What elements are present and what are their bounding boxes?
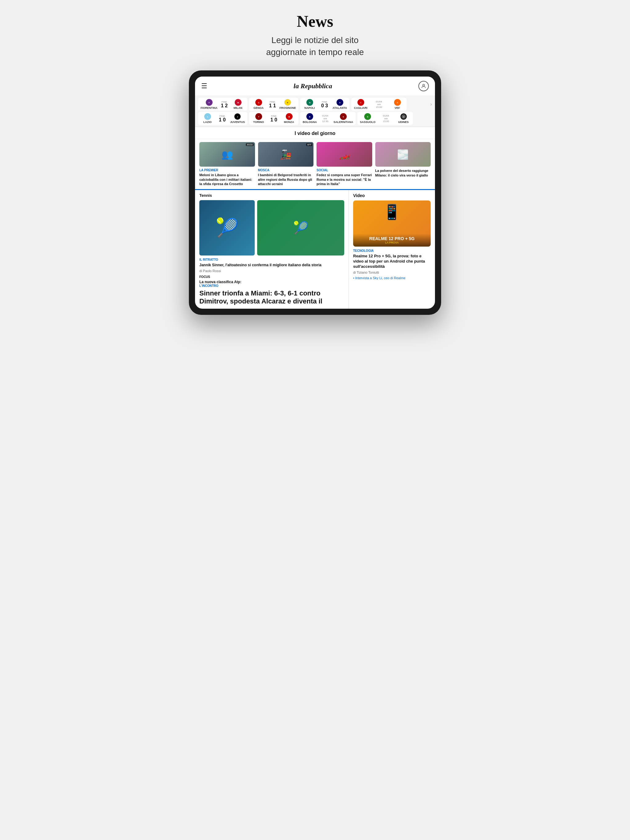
- page-subtitle: Leggi le notizie del sitoaggiornate in t…: [266, 34, 364, 58]
- svg-text:J: J: [237, 116, 238, 118]
- tennis-side-image: 🎾: [257, 200, 344, 256]
- svg-text:F: F: [287, 102, 288, 104]
- focus-label: FOCUS: [199, 275, 344, 279]
- team-name-bologna: BOLOGNA: [303, 120, 317, 123]
- team-name-lazio: LAZIO: [203, 120, 212, 123]
- score-sassuolo-udine[interactable]: S SASSUOLO 01/04ore15:00 U UDINES: [358, 112, 413, 125]
- scores-row-2: L LAZIO FINE 1 0 J JUVENTUS: [198, 112, 432, 125]
- focus-text: La nuova classifica Atp:: [199, 280, 344, 284]
- app-header: ☰ la Repubblica: [195, 77, 435, 96]
- team-badge-cagliari: C: [358, 99, 364, 106]
- svg-text:V: V: [397, 102, 398, 104]
- score-value-2: 1 1: [267, 103, 278, 108]
- score-lazio-juventus[interactable]: L LAZIO FINE 1 0 J JUVENTUS: [198, 112, 247, 125]
- content-right: Video 📱 REALME 12 PRO + 5G LA PROVA TECN…: [349, 190, 435, 309]
- tennis-section-label: Tennis: [199, 193, 344, 198]
- score-value-4: 1 0: [216, 117, 229, 122]
- video-feature-overlay: REALME 12 PRO + 5G LA PROVA: [353, 234, 431, 246]
- video-item-4[interactable]: 🌫️ La polvere del deserto raggiunge Mila…: [375, 142, 431, 186]
- video-thumb-2: 🚂 AFP: [258, 142, 314, 167]
- score-bologna-salernitana[interactable]: B BOLOGNA 01/04ore12:30 S SALERNITANA: [300, 112, 356, 125]
- score-fiorentina-milan[interactable]: F FIORENTINA FINE 1 2 M MILAN: [198, 98, 247, 111]
- team-name-vef: VEF: [395, 106, 400, 109]
- next-arrow-icon[interactable]: ›: [431, 101, 432, 107]
- svg-text:G: G: [258, 102, 259, 104]
- team-badge-napoli: N: [306, 99, 313, 106]
- video-section-title: I video del giorno: [195, 127, 435, 139]
- team-name-cagliari: CAGLIARI: [354, 106, 367, 109]
- video-feature-image[interactable]: 📱 REALME 12 PRO + 5G LA PROVA: [353, 201, 431, 246]
- ansa-badge-2: AFP: [306, 143, 312, 146]
- phone-icon: 📱: [383, 204, 401, 221]
- svg-text:F: F: [209, 102, 210, 104]
- team-name-genoa: GENOA: [253, 106, 264, 109]
- team-badge-bologna: B: [306, 113, 313, 120]
- team-name-napoli: NAPOLI: [304, 106, 315, 109]
- right-headline: Realme 12 Pro + 5G, la prova: foto e vid…: [353, 254, 431, 269]
- team-badge-udine: U: [400, 113, 407, 120]
- score-torino-monza[interactable]: T TORINO FINE 1 0 M MONZA: [249, 112, 298, 125]
- team-name-torino: TORINO: [253, 120, 264, 123]
- team-badge-milan: M: [235, 99, 242, 106]
- video-grid: 👥 ANSA LA PREMIER Meloni in Libano gioca…: [195, 139, 435, 189]
- score-genoa-frosinone[interactable]: G GENOA FINE 1 1 F FROSINONE: [249, 98, 298, 111]
- svg-text:T: T: [258, 116, 259, 118]
- right-author: di Tiziano Toniutti: [353, 271, 431, 274]
- svg-text:U: U: [403, 116, 404, 118]
- team-name-salernitana: SALERNITANA: [334, 120, 353, 123]
- team-name-fiorentina: FIORENTINA: [201, 106, 217, 109]
- team-badge-atalanta: A: [337, 99, 343, 106]
- team-badge-lazio: L: [204, 113, 211, 120]
- video-category-1: LA PREMIER: [199, 169, 255, 172]
- video-headline-4: La polvere del deserto raggiunge Milano:…: [375, 169, 431, 177]
- team-badge-torino: T: [255, 113, 262, 120]
- video-item-3[interactable]: 🏎️ SOCIAL Fedez si compra una super Ferr…: [317, 142, 372, 186]
- page-header: News Leggi le notizie del sitoaggiornate…: [266, 12, 364, 58]
- user-icon[interactable]: [418, 81, 429, 91]
- video-thumb-4: 🌫️: [375, 142, 431, 167]
- menu-icon[interactable]: ☰: [201, 82, 207, 90]
- content-section: Tennis 🎾 🎾 IL RITRATTO Jannik Sinner, l'…: [195, 189, 435, 309]
- main-headline: Sinner trionfa a Miami: 6-3, 6-1 contro …: [199, 289, 344, 306]
- scores-section: F FIORENTINA FINE 1 2 M MILAN: [195, 96, 435, 127]
- team-badge-monza: M: [286, 113, 293, 120]
- team-badge-salernitana: S: [340, 113, 347, 120]
- team-badge-sassuolo: S: [364, 113, 371, 120]
- team-name-milan: MILAN: [233, 106, 242, 109]
- video-category-3: SOCIAL: [317, 169, 372, 172]
- video-headline-2: I bambini di Belgorod trasferiti in altr…: [258, 173, 314, 186]
- score-value-1: 1 2: [219, 103, 230, 108]
- svg-text:S: S: [343, 116, 344, 118]
- svg-text:N: N: [309, 102, 310, 104]
- tablet-frame: ☰ la Repubblica F FIORENTINA: [189, 70, 441, 314]
- team-name-frosinone: FROSINONE: [279, 106, 296, 109]
- video-item-1[interactable]: 👥 ANSA LA PREMIER Meloni in Libano gioca…: [199, 142, 255, 186]
- svg-text:B: B: [309, 116, 311, 118]
- bullet-item-1: Intervista a Sky Li, ceo di Realme: [353, 275, 431, 280]
- svg-text:C: C: [360, 102, 361, 104]
- team-badge-genoa: G: [255, 99, 262, 106]
- video-item-2[interactable]: 🚂 AFP MOSCA I bambini di Belgorod trasfe…: [258, 142, 314, 186]
- content-left: Tennis 🎾 🎾 IL RITRATTO Jannik Sinner, l'…: [195, 190, 349, 309]
- score-value-5: 1 0: [267, 117, 281, 122]
- team-name-udine: UDINES: [398, 120, 408, 123]
- ansa-badge-1: ANSA: [246, 143, 253, 146]
- team-name-juventus: JUVENTUS: [230, 120, 245, 123]
- score-cagliari-vef[interactable]: C CAGLIARI 01/04ore15:00 V VEF: [351, 98, 407, 111]
- svg-text:M: M: [237, 102, 239, 104]
- realme-text: REALME 12 PRO + 5G: [356, 236, 428, 241]
- team-name-sassuolo: SASSUOLO: [360, 120, 375, 123]
- brand-logo: la Repubblica: [293, 82, 332, 90]
- video-category-2: MOSCA: [258, 169, 314, 172]
- svg-text:M: M: [288, 116, 290, 118]
- video-headline-3: Fedez si compra una super Ferrari Roma e…: [317, 173, 372, 186]
- score-date-2: 01/04ore12:30: [318, 114, 332, 123]
- tennis-main-image: 🎾: [199, 200, 255, 256]
- score-napoli-atalanta[interactable]: N NAPOLI FINE 0 3 A ATALANTA: [300, 98, 350, 111]
- sub-headline: Jannik Sinner, l'altoatesino si conferma…: [199, 262, 344, 268]
- video-right-label: Video: [353, 193, 431, 198]
- tablet-screen: ☰ la Repubblica F FIORENTINA: [195, 77, 435, 308]
- score-date-3: 01/04ore15:00: [377, 114, 395, 123]
- team-badge-vef: V: [394, 99, 401, 106]
- score-date-1: 01/04ore15:00: [369, 100, 389, 109]
